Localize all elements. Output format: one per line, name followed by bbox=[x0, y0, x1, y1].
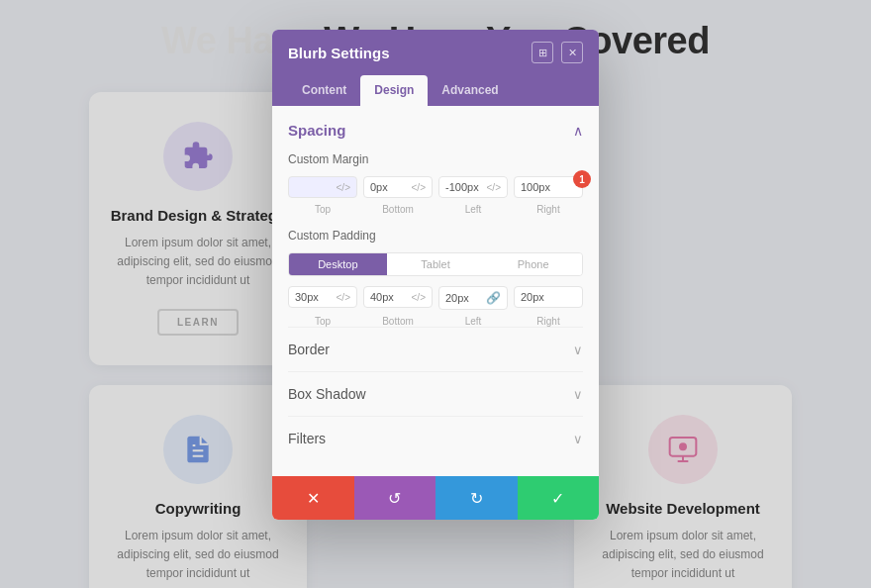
padding-fields-row: </> </> 🔗 bbox=[288, 286, 583, 310]
margin-bottom-input[interactable] bbox=[370, 181, 408, 193]
spacing-section-header: Spacing ∧ bbox=[288, 122, 583, 139]
modal-title: Blurb Settings bbox=[288, 45, 390, 61]
border-title: Border bbox=[288, 342, 330, 357]
close-icon[interactable]: ✕ bbox=[561, 42, 583, 63]
padding-top-group: </> bbox=[288, 286, 357, 310]
padding-right-input[interactable] bbox=[521, 291, 576, 303]
tab-content[interactable]: Content bbox=[288, 75, 360, 107]
spacing-chevron[interactable]: ∧ bbox=[573, 123, 583, 139]
margin-right-input[interactable] bbox=[521, 181, 576, 193]
custom-padding-label: Custom Padding bbox=[288, 229, 583, 243]
filters-chevron: ∨ bbox=[573, 432, 583, 446]
padding-bottom-input[interactable] bbox=[370, 291, 408, 303]
padding-left-input[interactable] bbox=[445, 292, 482, 304]
margin-top-field[interactable]: </> bbox=[288, 176, 357, 198]
padding-labels: Top Bottom Left Right bbox=[288, 316, 583, 327]
label-bottom: Bottom bbox=[363, 204, 433, 215]
padding-label-top: Top bbox=[288, 316, 357, 327]
margin-fields-row: </> </> </> bbox=[288, 176, 583, 198]
modal-overlay: Blurb Settings ⊞ ✕ Content Design Advanc… bbox=[0, 0, 871, 588]
border-chevron: ∨ bbox=[573, 343, 583, 357]
margin-bottom-code-icon: </> bbox=[412, 182, 426, 193]
tab-design[interactable]: Design bbox=[360, 75, 428, 107]
margin-labels: Top Bottom Left Right bbox=[288, 204, 583, 215]
notification-badge: 1 bbox=[573, 170, 591, 188]
filters-collapse-header[interactable]: Filters ∨ bbox=[288, 431, 583, 446]
fullscreen-icon[interactable]: ⊞ bbox=[532, 42, 553, 63]
label-left: Left bbox=[438, 204, 508, 215]
padding-top-input[interactable] bbox=[295, 291, 333, 303]
box-shadow-collapse-header[interactable]: Box Shadow ∨ bbox=[288, 386, 583, 402]
label-top: Top bbox=[288, 204, 357, 215]
subtab-phone[interactable]: Phone bbox=[484, 253, 582, 275]
margin-left-field[interactable]: </> bbox=[438, 176, 508, 198]
margin-top-input[interactable] bbox=[295, 181, 333, 193]
subtab-desktop[interactable]: Desktop bbox=[289, 253, 387, 275]
padding-top-code-icon: </> bbox=[337, 292, 350, 303]
blurb-settings-modal: Blurb Settings ⊞ ✕ Content Design Advanc… bbox=[272, 30, 599, 520]
margin-bottom-group: </> bbox=[363, 176, 433, 198]
padding-label-left: Left bbox=[438, 316, 508, 327]
padding-left-field[interactable]: 🔗 bbox=[438, 286, 508, 310]
padding-label-right: Right bbox=[514, 316, 583, 327]
modal-header-icons: ⊞ ✕ bbox=[532, 42, 583, 63]
margin-top-code-icon: </> bbox=[337, 182, 350, 193]
label-right: Right bbox=[514, 204, 583, 215]
padding-right-field[interactable] bbox=[514, 286, 583, 308]
box-shadow-title: Box Shadow bbox=[288, 386, 366, 402]
cancel-button[interactable]: ✕ bbox=[272, 476, 354, 520]
save-button[interactable]: ✓ bbox=[518, 476, 600, 520]
padding-left-group: 🔗 bbox=[438, 286, 508, 310]
filters-section: Filters ∨ bbox=[288, 416, 583, 460]
modal-header: Blurb Settings ⊞ ✕ bbox=[272, 30, 599, 75]
border-collapse-header[interactable]: Border ∨ bbox=[288, 342, 583, 357]
margin-top-group: </> bbox=[288, 176, 357, 198]
padding-right-group bbox=[514, 286, 583, 310]
border-section: Border ∨ bbox=[288, 327, 583, 371]
spacing-title: Spacing bbox=[288, 122, 345, 139]
padding-subtabs: Desktop Tablet Phone bbox=[288, 252, 583, 276]
padding-bottom-code-icon: </> bbox=[412, 292, 426, 303]
filters-title: Filters bbox=[288, 431, 326, 446]
padding-bottom-group: </> bbox=[363, 286, 433, 310]
subtab-tablet[interactable]: Tablet bbox=[387, 253, 485, 275]
box-shadow-chevron: ∨ bbox=[573, 387, 583, 402]
custom-margin-label: Custom Margin bbox=[288, 152, 583, 166]
modal-tabs: Content Design Advanced bbox=[272, 75, 599, 106]
margin-right-group: 1 bbox=[514, 176, 583, 198]
margin-left-group: </> bbox=[438, 176, 508, 198]
padding-bottom-field[interactable]: </> bbox=[363, 286, 433, 308]
undo-button[interactable]: ↺ bbox=[354, 476, 436, 520]
box-shadow-section: Box Shadow ∨ bbox=[288, 371, 583, 416]
redo-button[interactable]: ↻ bbox=[436, 476, 518, 520]
modal-footer: ✕ ↺ ↻ ✓ bbox=[272, 476, 599, 520]
margin-left-input[interactable] bbox=[445, 181, 483, 193]
link-icon[interactable]: 🔗 bbox=[486, 291, 501, 305]
tab-advanced[interactable]: Advanced bbox=[428, 75, 512, 107]
modal-body: Spacing ∧ Custom Margin </> </> bbox=[272, 106, 599, 476]
margin-left-code-icon: </> bbox=[487, 182, 501, 193]
padding-label-bottom: Bottom bbox=[363, 316, 433, 327]
margin-bottom-field[interactable]: </> bbox=[363, 176, 433, 198]
padding-top-field[interactable]: </> bbox=[288, 286, 357, 308]
